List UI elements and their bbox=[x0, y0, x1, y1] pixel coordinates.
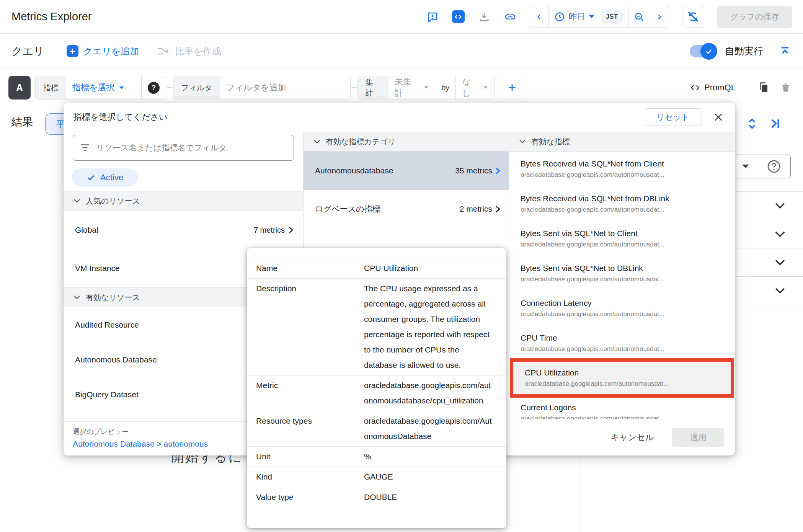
aggregation-dropdown[interactable]: 未集計 bbox=[388, 76, 435, 99]
info-row-value-type: Value type DOUBLE bbox=[247, 487, 506, 507]
info-row-description: Description The CPU usage expressed as a… bbox=[247, 278, 506, 375]
cancel-button[interactable]: キャンセル bbox=[610, 432, 654, 443]
metric-item[interactable]: Connection Latency oracledatabase.google… bbox=[509, 291, 735, 326]
caret-down-icon bbox=[589, 15, 595, 19]
popular-resources-header[interactable]: 人気のリソース bbox=[64, 191, 303, 211]
chevron-right-icon bbox=[289, 227, 293, 233]
metric-item[interactable]: Bytes Sent via SQL*Net to DBLink oracled… bbox=[509, 256, 735, 291]
collapse-all-icon[interactable] bbox=[779, 45, 792, 58]
category-row-autonomousdatabase[interactable]: Autonomousdatabase 35 metrics bbox=[304, 152, 509, 190]
close-icon[interactable] bbox=[713, 112, 723, 122]
help-outline-icon[interactable] bbox=[767, 159, 781, 174]
filter-add-input[interactable] bbox=[226, 83, 341, 93]
skip-to-end-icon[interactable] bbox=[769, 117, 782, 130]
chevron-down-icon bbox=[775, 259, 785, 266]
groupby-dropdown[interactable]: なし bbox=[456, 76, 494, 99]
chevron-right-icon bbox=[495, 206, 500, 213]
info-row-resource-types: Resource types oracledatabase.googleapis… bbox=[247, 411, 506, 446]
red-highlight-box: CPU Utilization oracledatabase.googleapi… bbox=[510, 358, 734, 398]
filter-lines-icon bbox=[80, 144, 90, 152]
time-range-control: 昨日 JST bbox=[530, 6, 669, 28]
chevron-right-icon bbox=[656, 12, 663, 22]
metric-item[interactable]: Current Logons oracledatabase.googleapis… bbox=[509, 395, 735, 419]
resource-filter-input[interactable] bbox=[96, 143, 287, 152]
toggle-check-icon bbox=[700, 43, 717, 60]
query-letter-badge[interactable]: A bbox=[8, 76, 31, 100]
feedback-icon[interactable] bbox=[426, 10, 439, 23]
chevron-down-icon bbox=[73, 199, 80, 203]
refresh-disabled-icon bbox=[687, 11, 699, 23]
copy-icon[interactable] bbox=[757, 81, 770, 94]
clock-icon bbox=[554, 11, 565, 22]
metric-item[interactable]: CPU Time oracledatabase.googleapis.com/a… bbox=[509, 326, 735, 361]
save-chart-button[interactable]: グラフの保存 bbox=[717, 6, 792, 28]
chevron-down-icon bbox=[519, 139, 526, 144]
metrics-column: 有効な指標 Bytes Received via SQL*Net from Cl… bbox=[509, 132, 735, 455]
page-title: Metrics Explorer bbox=[11, 10, 92, 23]
apply-button[interactable]: 適用 bbox=[672, 428, 724, 447]
metric-help-button[interactable]: ? bbox=[142, 76, 166, 99]
auto-refresh-off-button[interactable] bbox=[682, 6, 704, 28]
results-heading: 結果 bbox=[11, 115, 33, 129]
info-row-kind: Kind GAUGE bbox=[247, 467, 506, 487]
chevron-down-icon bbox=[775, 287, 785, 294]
aggregation-group: 集計 未集計 by なし bbox=[357, 76, 495, 100]
timezone-badge[interactable]: JST bbox=[601, 10, 623, 24]
caret-down-icon bbox=[119, 86, 124, 90]
active-filter-chip[interactable]: Active bbox=[72, 168, 138, 187]
plus-square-icon bbox=[67, 45, 78, 57]
plus-icon bbox=[507, 83, 517, 93]
query-section-bar: クエリ クエリを追加 比率を作成 自動実行 bbox=[0, 34, 803, 69]
metric-select-dropdown[interactable]: 指標を選択 bbox=[66, 76, 141, 99]
dialog-title: 指標を選択してください bbox=[73, 111, 168, 123]
query-section-title: クエリ bbox=[11, 44, 44, 59]
create-ratio-button[interactable]: 比率を作成 bbox=[157, 45, 221, 57]
filter-group: フィルタ bbox=[173, 76, 351, 100]
metrics-explorer-page: 結果 平 開始するに Metrics Explorer bbox=[0, 0, 803, 532]
trash-icon[interactable] bbox=[779, 81, 792, 94]
categories-header[interactable]: 有効な指標カテゴリ bbox=[304, 132, 509, 152]
unfold-rows-icon[interactable] bbox=[746, 117, 759, 130]
zoom-out-button[interactable] bbox=[628, 6, 650, 28]
help-icon: ? bbox=[148, 82, 160, 94]
dialog-footer: キャンセル 適用 bbox=[509, 419, 735, 455]
check-icon bbox=[87, 173, 96, 182]
metric-group: 指標 指標を選択 ? bbox=[35, 76, 166, 100]
by-label-cell: by bbox=[435, 76, 455, 99]
time-back-button[interactable] bbox=[530, 6, 548, 28]
caret-down-icon bbox=[741, 164, 750, 169]
metric-info-tooltip: Name CPU Utilization Description The CPU… bbox=[247, 248, 506, 528]
metric-item-cpu-utilization[interactable]: CPU Utilization oracledatabase.googleapi… bbox=[513, 362, 731, 394]
filter-label: フィルタ bbox=[173, 76, 220, 99]
metric-item[interactable]: Bytes Received via SQL*Net from Client o… bbox=[509, 152, 735, 186]
auto-run-toggle[interactable] bbox=[690, 45, 715, 57]
chevron-left-icon bbox=[535, 12, 543, 22]
code-editor-icon[interactable] bbox=[452, 10, 465, 23]
info-row-name: Name CPU Utilization bbox=[247, 258, 506, 278]
add-query-button[interactable]: クエリを追加 bbox=[67, 45, 139, 57]
metrics-header[interactable]: 有効な指標 bbox=[509, 132, 735, 152]
query-builder-row: A 指標 指標を選択 ? フィルタ 集計 未集計 bbox=[0, 69, 803, 104]
chevron-right-icon bbox=[495, 167, 500, 175]
share-link-icon[interactable] bbox=[504, 10, 517, 23]
time-range-dropdown[interactable]: 昨日 JST bbox=[549, 6, 628, 28]
metrics-list: Bytes Received via SQL*Net from Client o… bbox=[509, 152, 735, 419]
reset-button[interactable]: リセット bbox=[644, 108, 702, 126]
caret-down-icon bbox=[424, 86, 429, 89]
promql-button[interactable]: PromQL bbox=[690, 76, 736, 100]
auto-run-label: 自動実行 bbox=[725, 45, 763, 57]
resource-row-global[interactable]: Global 7 metrics bbox=[64, 211, 303, 249]
category-row-log-based[interactable]: ログベースの指標 2 metrics bbox=[304, 190, 509, 228]
time-forward-button[interactable] bbox=[650, 6, 669, 28]
merge-arrows-icon bbox=[157, 46, 170, 56]
app-header: Metrics Explorer 昨日 bbox=[0, 0, 803, 34]
metric-item[interactable]: Bytes Sent via SQL*Net to Client oracled… bbox=[509, 221, 735, 256]
caret-down-icon bbox=[483, 86, 488, 89]
chevron-down-icon bbox=[313, 139, 320, 144]
metric-item[interactable]: Bytes Received via SQL*Net from DBLink o… bbox=[509, 186, 735, 221]
download-icon[interactable] bbox=[478, 10, 491, 23]
time-range-label: 昨日 bbox=[569, 11, 586, 23]
add-aggregation-button[interactable] bbox=[501, 76, 523, 100]
info-row-unit: Unit % bbox=[247, 446, 506, 467]
chevron-down-icon bbox=[775, 202, 785, 209]
